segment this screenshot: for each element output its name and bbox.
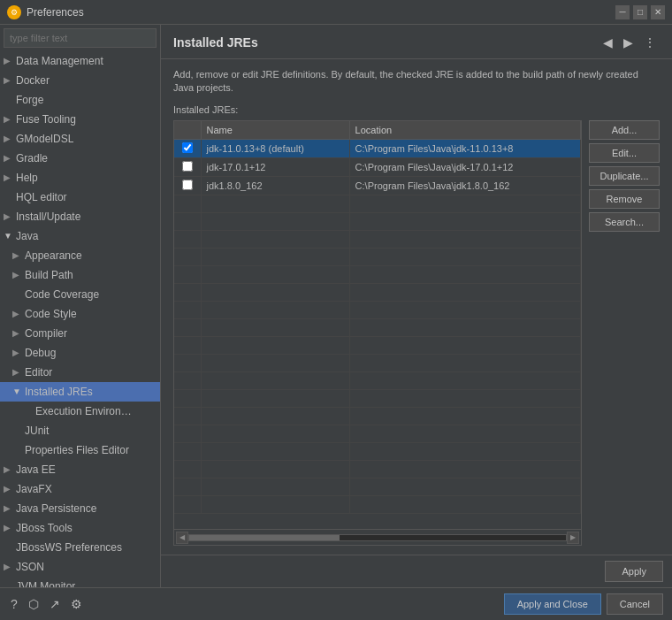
- row-checkbox-cell[interactable]: [174, 139, 201, 157]
- table-empty-row: [174, 212, 581, 230]
- sidebar-item-fuse-tooling[interactable]: ▶Fuse Tooling: [0, 110, 160, 129]
- sidebar-item-label: Debug: [25, 345, 56, 361]
- tree-arrow: ▶: [12, 325, 23, 341]
- sidebar-item-label: HQL editor: [16, 189, 67, 205]
- sidebar-item-jboss-tools[interactable]: ▶JBoss Tools: [0, 518, 160, 538]
- description-text: Add, remove or edit JRE definitions. By …: [173, 68, 660, 96]
- sidebar-item-label: Install/Update: [16, 209, 80, 225]
- sidebar-item-java-persistence[interactable]: ▶Java Persistence: [0, 499, 160, 518]
- scroll-track[interactable]: [188, 534, 567, 541]
- sidebar-tree: ▶Data Management▶DockerForge▶Fuse Toolin…: [0, 51, 160, 587]
- sidebar-item-jbossws-preferences[interactable]: JBossWS Preferences: [0, 538, 160, 557]
- jre-checkbox[interactable]: [182, 180, 193, 190]
- table-row[interactable]: jdk-17.0.1+12C:\Program Files\Java\jdk-1…: [174, 157, 581, 176]
- minimize-button[interactable]: ─: [615, 5, 630, 19]
- tree-arrow: ▶: [4, 209, 14, 225]
- apply-button[interactable]: Apply: [605, 561, 663, 582]
- tree-arrow: ▶: [4, 501, 14, 517]
- nav-back-button[interactable]: ◀: [599, 34, 616, 51]
- add-button[interactable]: Add...: [589, 120, 660, 140]
- sidebar: ▶Data Management▶DockerForge▶Fuse Toolin…: [0, 25, 161, 587]
- sidebar-item-label: Editor: [25, 364, 52, 380]
- restore-defaults-button[interactable]: ⬡: [27, 595, 41, 613]
- sidebar-item-appearance[interactable]: ▶Appearance: [0, 246, 160, 265]
- sidebar-item-code-coverage[interactable]: Code Coverage: [0, 285, 160, 304]
- jre-checkbox[interactable]: [182, 161, 193, 172]
- close-button[interactable]: ✕: [651, 5, 665, 19]
- sidebar-item-label: Execution Environ…: [35, 403, 132, 419]
- sidebar-item-java-ee[interactable]: ▶Java EE: [0, 460, 160, 479]
- table-row[interactable]: jdk-11.0.13+8 (default)C:\Program Files\…: [174, 139, 581, 157]
- table-empty-space: [174, 514, 581, 529]
- footer-actions: Apply and Close Cancel: [504, 593, 663, 615]
- horizontal-scrollbar[interactable]: ◀ ▶: [174, 529, 581, 545]
- tree-arrow: ▶: [4, 111, 14, 127]
- sidebar-item-forge[interactable]: Forge: [0, 90, 160, 110]
- edit-button[interactable]: Edit...: [589, 143, 660, 163]
- jre-location: C:\Program Files\Java\jdk1.8.0_162: [349, 176, 580, 195]
- filter-input[interactable]: [4, 28, 157, 48]
- scroll-thumb[interactable]: [189, 535, 340, 540]
- sidebar-item-docker[interactable]: ▶Docker: [0, 71, 160, 90]
- sidebar-item-editor[interactable]: ▶Editor: [0, 363, 160, 382]
- settings-button[interactable]: ⚙: [69, 595, 84, 613]
- sidebar-item-javafx[interactable]: ▶JavaFX: [0, 479, 160, 499]
- sidebar-item-label: JUnit: [25, 423, 49, 439]
- table-empty-row: [174, 407, 581, 425]
- tree-arrow: ▶: [4, 131, 14, 147]
- sidebar-item-build-path[interactable]: ▶Build Path: [0, 265, 160, 285]
- jre-checkbox[interactable]: [182, 142, 193, 153]
- cancel-button[interactable]: Cancel: [607, 593, 663, 615]
- sidebar-item-installed-jres[interactable]: ▼Installed JREs: [0, 382, 160, 402]
- sidebar-item-junit[interactable]: JUnit: [0, 421, 160, 440]
- sidebar-item-install-update[interactable]: ▶Install/Update: [0, 207, 160, 226]
- section-label: Installed JREs:: [173, 104, 660, 115]
- sidebar-item-gradle[interactable]: ▶Gradle: [0, 149, 160, 168]
- tree-arrow: ▶: [4, 559, 14, 575]
- sidebar-item-data-management[interactable]: ▶Data Management: [0, 51, 160, 71]
- app-icon: ⚙: [7, 5, 21, 19]
- sidebar-item-hql-editor[interactable]: HQL editor: [0, 188, 160, 207]
- sidebar-item-execution-environ[interactable]: Execution Environ…: [0, 402, 160, 421]
- remove-button[interactable]: Remove: [589, 189, 660, 209]
- right-panel: Installed JREs ◀ ▶ ⋮ Add, remove or edit…: [161, 25, 672, 587]
- title-bar-title: Preferences: [27, 6, 615, 19]
- sidebar-item-debug[interactable]: ▶Debug: [0, 343, 160, 363]
- row-checkbox-cell[interactable]: [174, 157, 201, 176]
- row-checkbox-cell[interactable]: [174, 176, 201, 195]
- table-row[interactable]: jdk1.8.0_162C:\Program Files\Java\jdk1.8…: [174, 176, 581, 195]
- tree-arrow: ▼: [12, 384, 23, 400]
- table-empty-row: [174, 495, 581, 513]
- sidebar-item-label: Java Persistence: [16, 501, 96, 517]
- tree-arrow: ▶: [4, 170, 14, 186]
- panel-title: Installed JREs: [173, 35, 258, 50]
- scroll-right-arrow[interactable]: ▶: [567, 532, 579, 544]
- sidebar-item-label: JBoss Tools: [16, 520, 73, 536]
- sidebar-item-json[interactable]: ▶JSON: [0, 557, 160, 577]
- sidebar-item-code-style[interactable]: ▶Code Style: [0, 304, 160, 324]
- sidebar-item-properties-files-editor[interactable]: Properties Files Editor: [0, 440, 160, 460]
- search-button[interactable]: Search...: [589, 212, 660, 232]
- sidebar-item-label: JavaFX: [16, 481, 52, 497]
- jre-table: Name Location jdk-11.0.13+8 (default)C:\…: [174, 121, 581, 514]
- scroll-left-arrow[interactable]: ◀: [176, 532, 188, 544]
- sidebar-item-jvm-monitor[interactable]: JVM Monitor: [0, 577, 160, 587]
- sidebar-item-gmodeldsl[interactable]: ▶GModelDSL: [0, 129, 160, 149]
- sidebar-item-java[interactable]: ▼Java: [0, 226, 160, 246]
- sidebar-item-help[interactable]: ▶Help: [0, 168, 160, 188]
- sidebar-item-label: Installed JREs: [25, 384, 93, 400]
- apply-and-close-button[interactable]: Apply and Close: [504, 593, 601, 615]
- sidebar-item-label: Docker: [16, 73, 50, 88]
- sidebar-item-label: Build Path: [25, 267, 73, 283]
- panel-body: Add, remove or edit JRE definitions. By …: [161, 59, 672, 555]
- maximize-button[interactable]: □: [633, 5, 647, 19]
- help-icon-button[interactable]: ?: [9, 595, 19, 613]
- export-button[interactable]: ↗: [48, 595, 62, 613]
- nav-forward-button[interactable]: ▶: [620, 34, 637, 51]
- tree-arrow: ▶: [12, 364, 23, 380]
- table-empty-row: [174, 442, 581, 460]
- tree-arrow: ▶: [12, 345, 23, 361]
- sidebar-item-compiler[interactable]: ▶Compiler: [0, 324, 160, 343]
- duplicate-button[interactable]: Duplicate...: [589, 166, 660, 186]
- panel-menu-button[interactable]: ⋮: [640, 34, 660, 51]
